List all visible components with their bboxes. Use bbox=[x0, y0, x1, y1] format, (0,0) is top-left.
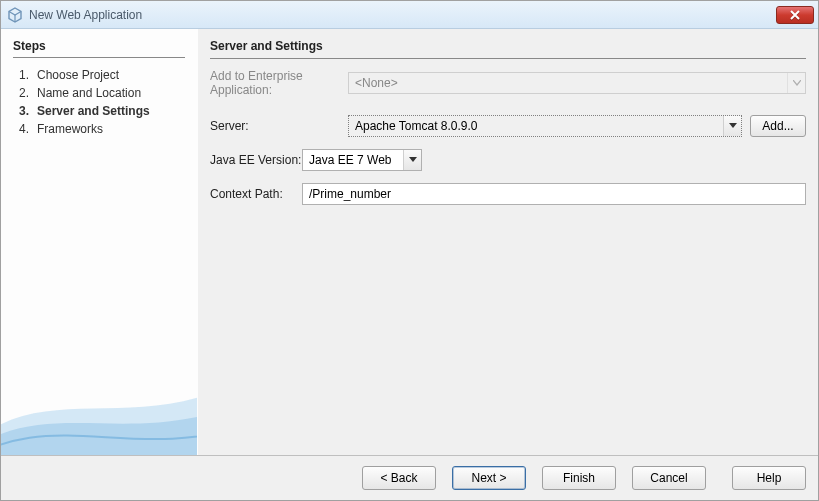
server-combo[interactable]: Apache Tomcat 8.0.9.0 bbox=[348, 115, 742, 137]
add-server-button[interactable]: Add... bbox=[750, 115, 806, 137]
chevron-down-icon[interactable] bbox=[403, 150, 421, 170]
wizard-footer: < Back Next > Finish Cancel Help bbox=[1, 455, 818, 500]
settings-panel: Server and Settings Add to Enterprise Ap… bbox=[198, 29, 818, 455]
enterprise-label: Add to Enterprise Application: bbox=[210, 69, 348, 97]
step-frameworks: 4.Frameworks bbox=[19, 120, 185, 138]
server-value: Apache Tomcat 8.0.9.0 bbox=[349, 119, 723, 133]
decorative-swoosh bbox=[1, 345, 198, 455]
step-name-and-location: 2.Name and Location bbox=[19, 84, 185, 102]
window-title: New Web Application bbox=[29, 8, 142, 22]
cancel-button[interactable]: Cancel bbox=[632, 466, 706, 490]
javaee-combo[interactable]: Java EE 7 Web bbox=[302, 149, 422, 171]
step-choose-project: 1.Choose Project bbox=[19, 66, 185, 84]
javaee-label: Java EE Version: bbox=[210, 153, 302, 167]
next-button[interactable]: Next > bbox=[452, 466, 526, 490]
enterprise-combo: <None> bbox=[348, 72, 806, 94]
netbeans-cube-icon bbox=[7, 7, 23, 23]
back-button[interactable]: < Back bbox=[362, 466, 436, 490]
row-server: Server: Apache Tomcat 8.0.9.0 Add... bbox=[210, 115, 806, 137]
server-label: Server: bbox=[210, 119, 348, 133]
row-javaee: Java EE Version: Java EE 7 Web bbox=[210, 149, 806, 171]
enterprise-value: <None> bbox=[349, 76, 787, 90]
steps-heading: Steps bbox=[13, 39, 185, 58]
finish-button[interactable]: Finish bbox=[542, 466, 616, 490]
javaee-value: Java EE 7 Web bbox=[303, 153, 403, 167]
titlebar: New Web Application bbox=[1, 1, 818, 29]
close-button[interactable] bbox=[776, 6, 814, 24]
chevron-down-icon[interactable] bbox=[723, 116, 741, 136]
context-path-input[interactable] bbox=[302, 183, 806, 205]
step-server-and-settings: 3.Server and Settings bbox=[19, 102, 185, 120]
row-enterprise: Add to Enterprise Application: <None> bbox=[210, 69, 806, 97]
help-button[interactable]: Help bbox=[732, 466, 806, 490]
steps-list: 1.Choose Project 2.Name and Location 3.S… bbox=[1, 66, 197, 138]
context-path-label: Context Path: bbox=[210, 187, 302, 201]
wizard-body: Steps 1.Choose Project 2.Name and Locati… bbox=[1, 29, 818, 455]
steps-panel: Steps 1.Choose Project 2.Name and Locati… bbox=[1, 29, 198, 455]
chevron-down-icon bbox=[787, 73, 805, 93]
page-heading: Server and Settings bbox=[210, 39, 806, 59]
row-context-path: Context Path: bbox=[210, 183, 806, 205]
close-icon bbox=[790, 10, 800, 20]
